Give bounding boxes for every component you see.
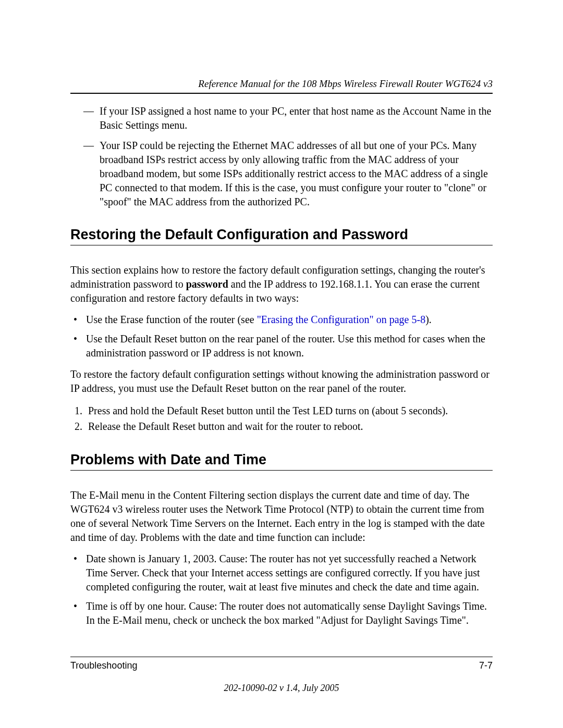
bullet-list: Date shown is January 1, 2003. Cause: Th…	[70, 552, 493, 627]
bullet-item: Time is off by one hour. Cause: The rout…	[70, 599, 493, 627]
numbered-steps: Press and hold the Default Reset button …	[70, 403, 493, 434]
bullet-list: Use the Erase function of the router (se…	[70, 313, 493, 360]
step-item: Press and hold the Default Reset button …	[85, 403, 493, 418]
footer-page-number: 7-7	[479, 660, 493, 671]
text-run: ).	[425, 314, 432, 325]
document-page: Reference Manual for the 108 Mbps Wirele…	[0, 0, 563, 728]
section-rule	[70, 245, 493, 245]
section-heading-restoring: Restoring the Default Configuration and …	[70, 227, 493, 243]
page-footer: Troubleshooting 7-7 202-10090-02 v 1.4, …	[70, 657, 493, 694]
dash-item: Your ISP could be rejecting the Ethernet…	[70, 139, 493, 209]
text-run: Use the Default Reset button on the rear…	[86, 333, 485, 359]
bullet-item: Use the Default Reset button on the rear…	[70, 332, 493, 360]
bullet-item: Use the Erase function of the router (se…	[70, 313, 493, 327]
footer-chapter: Troubleshooting	[70, 660, 137, 671]
dash-item: If your ISP assigned a host name to your…	[70, 104, 493, 132]
text-run: Use the Erase function of the router (se…	[86, 314, 257, 325]
footer-version: 202-10090-02 v 1.4, July 2005	[70, 683, 493, 694]
running-header: Reference Manual for the 108 Mbps Wirele…	[70, 78, 493, 90]
section-heading-date-time: Problems with Date and Time	[70, 452, 493, 468]
body-paragraph: To restore the factory default configura…	[70, 367, 493, 396]
dash-list: If your ISP assigned a host name to your…	[70, 104, 493, 209]
step-item: Release the Default Reset button and wai…	[85, 418, 493, 434]
bold-text: password	[186, 278, 228, 290]
footer-row: Troubleshooting 7-7	[70, 660, 493, 671]
cross-reference-link[interactable]: "Erasing the Configuration" on page 5-8	[257, 314, 425, 325]
bullet-item: Date shown is January 1, 2003. Cause: Th…	[70, 552, 493, 594]
body-paragraph: The E-Mail menu in the Content Filtering…	[70, 488, 493, 545]
body-paragraph: This section explains how to restore the…	[70, 263, 493, 305]
header-rule	[70, 93, 493, 94]
section-rule	[70, 470, 493, 471]
footer-rule	[70, 657, 493, 657]
